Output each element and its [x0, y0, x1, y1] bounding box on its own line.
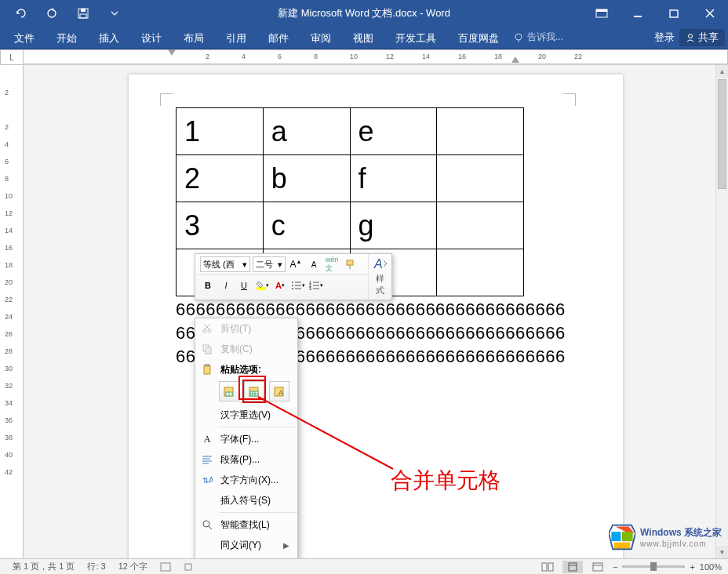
bullets-button[interactable]: ▾: [290, 278, 306, 293]
zoom-in-button[interactable]: +: [690, 562, 694, 572]
view-read-button[interactable]: [537, 561, 558, 573]
svg-line-34: [204, 324, 209, 329]
zoom-slider[interactable]: [622, 565, 685, 568]
paste-merge-cells-button[interactable]: [244, 381, 264, 401]
undo-button[interactable]: [5, 0, 36, 26]
vertical-ruler[interactable]: 2 2 4 6 8 10 12 14 16 18 20 22 24 26 28 …: [0, 65, 24, 558]
tab-file[interactable]: 文件: [3, 27, 46, 49]
table-cell[interactable]: g: [350, 202, 437, 249]
save-button[interactable]: [67, 0, 99, 26]
tab-review[interactable]: 审阅: [300, 27, 342, 49]
vruler-tick: 30: [5, 365, 13, 372]
view-web-button[interactable]: [588, 561, 608, 573]
styles-icon: A: [373, 257, 388, 271]
horizontal-ruler[interactable]: 2 4 6 8 10 12 14 16 18 20 22: [24, 49, 728, 64]
text-direction-icon: ⇅A: [200, 473, 214, 487]
menu-smart-lookup[interactable]: 智能查找(L): [195, 514, 297, 535]
tell-me[interactable]: 告诉我...: [513, 31, 563, 44]
ruler-tick: 4: [242, 53, 246, 60]
indent-marker[interactable]: [168, 49, 176, 57]
tab-home[interactable]: 开始: [46, 27, 88, 49]
vruler-tick: 10: [5, 192, 13, 200]
tab-view[interactable]: 视图: [342, 27, 384, 49]
numbering-button[interactable]: 123▾: [308, 278, 324, 293]
table-cell[interactable]: c: [263, 202, 350, 249]
vertical-scrollbar[interactable]: ▲ ▼: [715, 65, 728, 558]
share-button[interactable]: 共享: [679, 29, 725, 46]
menu-paragraph[interactable]: 段落(P)...: [195, 449, 297, 470]
zoom-level[interactable]: 100%: [700, 562, 722, 572]
menu-insert-symbol[interactable]: 插入符号(S): [195, 490, 297, 510]
paste-nest-table-button[interactable]: [219, 381, 239, 401]
ribbon-display-button[interactable]: [584, 0, 620, 26]
close-button[interactable]: [692, 0, 728, 26]
table-cell[interactable]: a: [263, 108, 350, 155]
document-scroll[interactable]: 1 a e 2 b f 3 c g: [24, 65, 728, 558]
vruler-tick: 6: [5, 158, 9, 165]
qat-more-button[interactable]: [99, 0, 130, 26]
menu-synonyms[interactable]: 同义词(Y) ▶: [195, 535, 297, 555]
svg-point-20: [292, 285, 293, 286]
document-area: 2 2 4 6 8 10 12 14 16 18 20 22 24 26 28 …: [0, 65, 728, 558]
paste-keep-text-button[interactable]: A: [269, 381, 289, 401]
svg-line-33: [205, 324, 210, 329]
highlight-button[interactable]: ▾: [254, 278, 270, 293]
redo-button[interactable]: [36, 0, 67, 26]
tab-insert[interactable]: 插入: [88, 27, 130, 49]
minimize-button[interactable]: [620, 0, 656, 26]
context-menu: 剪切(T) 复制(C) 粘贴选项: A 汉字重选(V) A 字体(F)... 段…: [195, 318, 298, 574]
format-painter-button[interactable]: [342, 256, 358, 272]
menu-font[interactable]: A 字体(F)...: [195, 429, 297, 449]
phonetic-guide-button[interactable]: wén文: [324, 256, 340, 272]
table-cell[interactable]: [437, 108, 524, 155]
font-color-button[interactable]: A▾: [272, 278, 288, 293]
status-macros[interactable]: [177, 562, 199, 572]
table-cell[interactable]: [437, 249, 524, 296]
table-cell[interactable]: 2: [177, 155, 264, 202]
maximize-button[interactable]: [656, 0, 692, 26]
table-cell[interactable]: f: [350, 155, 437, 202]
table-cell[interactable]: e: [350, 108, 437, 155]
scroll-thumb[interactable]: [718, 79, 726, 189]
tab-references[interactable]: 引用: [215, 27, 257, 49]
tab-mailings[interactable]: 邮件: [257, 27, 300, 49]
scroll-up-button[interactable]: ▲: [716, 65, 728, 78]
styles-button[interactable]: A 样式: [368, 254, 391, 300]
menu-text-direction[interactable]: ⇅A 文字方向(X)...: [195, 470, 297, 490]
tab-developer[interactable]: 开发工具: [384, 27, 447, 49]
status-language[interactable]: [154, 562, 177, 572]
language-icon: [160, 562, 171, 572]
table-cell[interactable]: [437, 202, 524, 249]
font-name-value: 等线 (西: [203, 259, 235, 271]
svg-text:⇅A: ⇅A: [202, 476, 213, 485]
menu-hanzi-label: 汉字重选(V): [220, 409, 289, 422]
right-indent-marker[interactable]: [511, 56, 519, 64]
login-link[interactable]: 登录: [654, 31, 675, 45]
font-name-combo[interactable]: 等线 (西▾: [200, 256, 250, 272]
menu-cut[interactable]: 剪切(T): [195, 318, 297, 339]
table-cell[interactable]: b: [263, 155, 350, 202]
menu-copy[interactable]: 复制(C): [195, 339, 297, 359]
table-cell[interactable]: [437, 155, 524, 202]
tab-layout[interactable]: 布局: [173, 27, 215, 49]
tab-baidu[interactable]: 百度网盘: [447, 27, 510, 49]
tab-design[interactable]: 设计: [130, 27, 173, 49]
underline-button[interactable]: U: [236, 278, 252, 293]
table-cell[interactable]: 1: [177, 108, 264, 155]
tab-selector[interactable]: L: [0, 49, 24, 65]
table-cell[interactable]: 3: [177, 202, 264, 249]
status-word-count[interactable]: 12 个字: [112, 561, 154, 572]
status-line[interactable]: 行: 3: [81, 561, 111, 572]
font-size-combo[interactable]: 二号▾: [253, 256, 286, 272]
grow-font-button[interactable]: A▲: [288, 256, 304, 272]
view-print-button[interactable]: [562, 561, 583, 573]
bold-button[interactable]: B: [200, 278, 216, 293]
zoom-thumb[interactable]: [650, 562, 657, 571]
quick-access-toolbar: [0, 0, 130, 26]
status-page[interactable]: 第 1 页，共 1 页: [6, 561, 81, 572]
vruler-tick: 34: [5, 399, 13, 407]
italic-button[interactable]: I: [218, 278, 234, 293]
menu-hanzi[interactable]: 汉字重选(V): [195, 405, 297, 425]
shrink-font-button[interactable]: A: [306, 256, 322, 272]
zoom-out-button[interactable]: −: [613, 562, 617, 572]
